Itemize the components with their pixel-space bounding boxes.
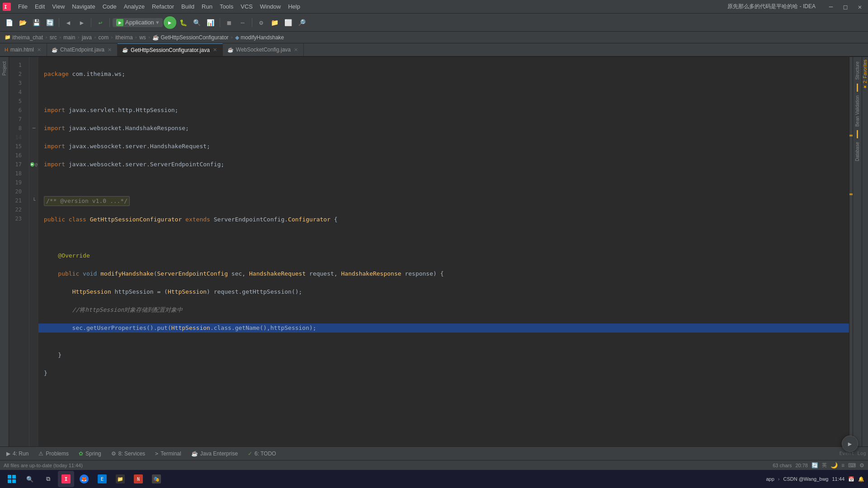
menu-item-file[interactable]: File — [14, 2, 31, 11]
taskbar-app-6[interactable]: 🎭 — [148, 471, 165, 487]
breadcrumb-ws[interactable]: ws — [139, 34, 146, 41]
scroll-indicator-1 — [849, 135, 853, 136]
new-file-button[interactable]: 📄 — [3, 16, 15, 29]
breadcrumb-itheima[interactable]: itheima — [115, 34, 133, 41]
fold-icon-8[interactable]: ─ — [30, 124, 38, 133]
breadcrumb-java[interactable]: java — [82, 34, 92, 41]
save-button[interactable]: 💾 — [30, 16, 42, 29]
undo-button[interactable]: ↩ — [94, 16, 107, 29]
search-everywhere-button[interactable]: 🔎 — [296, 16, 308, 29]
bean-indicator — [857, 130, 858, 138]
full-screen-button[interactable]: ⬜ — [282, 16, 295, 29]
bottom-tab-run[interactable]: ▶ 4: Run — [2, 448, 33, 460]
tabs-bar: H main.html ✕ ☕ ChatEndpoint.java ✕ ☕ Ge… — [0, 43, 868, 57]
menu-item-refactor[interactable]: Refactor — [148, 2, 178, 11]
more-button[interactable]: ⋯ — [236, 16, 249, 29]
close-tab-get-http[interactable]: ✕ — [212, 47, 218, 53]
menu-item-analyze[interactable]: Analyze — [120, 2, 148, 11]
breadcrumb-src[interactable]: src — [50, 34, 57, 41]
svg-rect-2 — [8, 475, 11, 479]
tab-main-html[interactable]: H main.html ✕ — [0, 43, 47, 56]
stop-button[interactable]: ■ — [223, 16, 236, 29]
breadcrumb-method[interactable]: ◆ modifyHandshake — [235, 34, 284, 41]
back-button[interactable]: ◀ — [62, 16, 75, 29]
folded-comment[interactable]: /** @version v1.0 ...*/ — [44, 196, 130, 206]
line-16: @Override — [44, 252, 90, 259]
breadcrumb-main[interactable]: main — [63, 34, 75, 41]
tab-websocket-config[interactable]: ☕ WebSocketConfig.java ✕ — [223, 43, 304, 56]
language-selector[interactable]: 英 — [822, 462, 827, 469]
close-tab-main-html[interactable]: ✕ — [36, 47, 42, 53]
breadcrumb-sep-4: › — [94, 34, 97, 40]
database-panel-button[interactable]: Database — [854, 139, 861, 164]
svg-rect-4 — [8, 479, 11, 483]
menu-item-vcs[interactable]: VCS — [237, 2, 256, 11]
event-log-link[interactable]: Event Log — [839, 450, 866, 456]
breadcrumb-sep-6: › — [135, 34, 138, 40]
menu-item-tools[interactable]: Tools — [216, 2, 237, 11]
fold-close-21[interactable]: └ — [30, 196, 38, 205]
menu-item-navigate[interactable]: Navigate — [68, 2, 99, 11]
close-button[interactable]: ✕ — [854, 0, 866, 13]
menu-item-help[interactable]: Help — [284, 2, 304, 11]
debug-button[interactable]: 🐛 — [177, 16, 190, 29]
code-editor[interactable]: 1 2 3 4 5 6 7 8 14 15 16 17 18 19 20 21 … — [9, 57, 849, 446]
problems-icon: ⚠ — [38, 450, 43, 457]
breadcrumb-sep-3: › — [77, 34, 80, 40]
menu-item-code[interactable]: Code — [99, 2, 120, 11]
todo-icon: ✓ — [248, 450, 252, 457]
menu-item-run[interactable]: Run — [198, 2, 216, 11]
java-icon-2: ☕ — [122, 47, 128, 53]
close-tab-chat-endpoint[interactable]: ✕ — [107, 47, 113, 53]
coverage-button[interactable]: 🔍 — [191, 16, 203, 29]
forward-button[interactable]: ▶ — [75, 16, 88, 29]
menu-item-build[interactable]: Build — [178, 2, 198, 11]
open-button[interactable]: 📂 — [16, 16, 29, 29]
tab-get-http-session-configurator[interactable]: ☕ GetHttpSessionConfigurator.java ✕ — [118, 43, 223, 56]
bottom-tab-problems[interactable]: ⚠ Problems — [34, 448, 73, 460]
bottom-tab-services[interactable]: ⚙ 8: Services — [107, 448, 150, 460]
breadcrumb-class[interactable]: ☕ GetHttpSessionConfigurator — [152, 34, 228, 41]
taskbar-task-view[interactable]: ⧉ — [40, 471, 56, 487]
taskbar-app-2[interactable]: 🦊 — [76, 471, 92, 487]
sync-button[interactable]: 🔄 — [43, 16, 56, 29]
scroll-map[interactable] — [849, 57, 853, 446]
breadcrumb-project[interactable]: 📁 itheima_chat — [5, 34, 43, 41]
tab-chat-endpoint[interactable]: ☕ ChatEndpoint.java ✕ — [47, 43, 118, 56]
ai-assistant-button[interactable]: ▶ — [842, 436, 858, 452]
maximize-button[interactable]: □ — [839, 0, 852, 13]
settings-button[interactable]: ⚙ — [255, 16, 268, 29]
line-8: /** @version v1.0 ...*/ — [44, 197, 130, 204]
bottom-tab-terminal[interactable]: > Terminal — [151, 448, 186, 460]
run-button[interactable]: ▶ — [164, 16, 176, 29]
line-19: //将httpSession对象存储到配置对象中 — [44, 306, 183, 313]
cursor-position: 20:78 — [795, 463, 808, 468]
line-17: public void modifyHandshake(ServerEndpoi… — [44, 270, 444, 277]
close-tab-websocket-config[interactable]: ✕ — [293, 47, 299, 53]
taskbar-start-button[interactable] — [4, 471, 20, 487]
profile-button[interactable]: 📊 — [204, 16, 217, 29]
bottom-tab-todo[interactable]: ✓ 6: TODO — [243, 448, 281, 460]
project-structure-button[interactable]: 📁 — [269, 16, 281, 29]
bean-validation-panel-button[interactable]: Bean Validation — [854, 93, 861, 129]
taskbar-notification[interactable]: 🔔 — [858, 476, 864, 482]
project-panel-button[interactable]: Project — [1, 59, 8, 78]
taskbar-app-4[interactable]: 📁 — [112, 471, 128, 487]
minimize-button[interactable]: ─ — [825, 0, 837, 13]
run-line-marker[interactable]: ▶ — [30, 162, 34, 167]
settings-status-icon[interactable]: ⚙ — [859, 462, 864, 469]
code-content[interactable]: package com.itheima.ws; import javax.ser… — [38, 57, 849, 446]
breadcrumb-com[interactable]: com — [99, 34, 109, 41]
structure-panel-button[interactable]: Structure — [854, 59, 861, 83]
menu-item-view[interactable]: View — [48, 2, 68, 11]
bottom-tab-spring[interactable]: ✿ Spring — [74, 448, 106, 460]
bottom-tab-java-enterprise[interactable]: ☕ Java Enterprise — [187, 448, 242, 460]
taskbar-app-1[interactable]: I — [58, 471, 74, 487]
menu-item-edit[interactable]: Edit — [31, 2, 48, 11]
favorites-button[interactable]: ★ 2: Favorites — [862, 57, 868, 92]
taskbar-app-5[interactable]: N — [130, 471, 146, 487]
run-config-selector[interactable]: ▶ Application ▾ — [113, 18, 163, 27]
taskbar-app-3[interactable]: E — [94, 471, 110, 487]
menu-item-window[interactable]: Window — [256, 2, 284, 11]
taskbar-search-button[interactable]: 🔍 — [22, 471, 38, 487]
